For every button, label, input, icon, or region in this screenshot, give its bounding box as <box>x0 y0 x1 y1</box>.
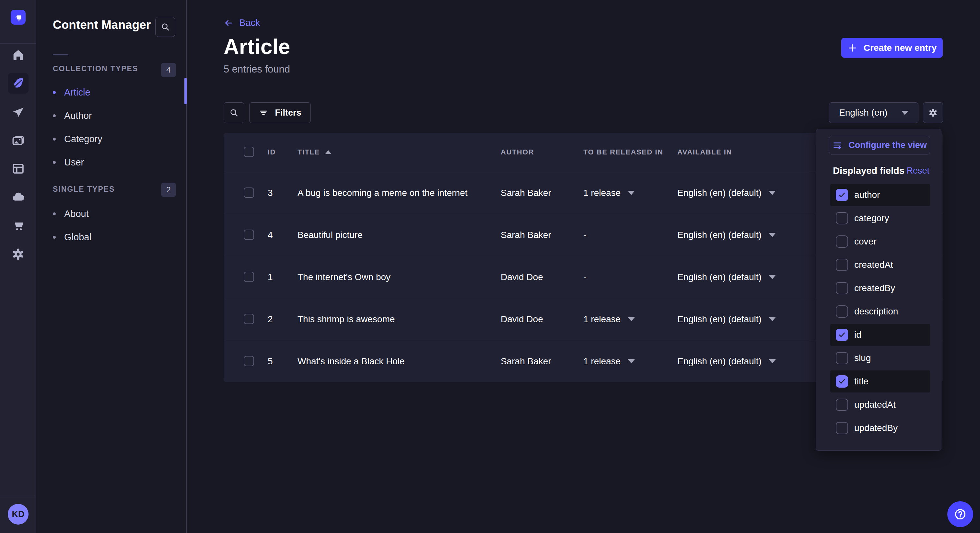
chevron-down-icon <box>901 111 908 115</box>
available-value: English (en) (default) <box>677 230 762 240</box>
home-icon <box>11 48 25 62</box>
nav-content-manager[interactable] <box>8 73 29 94</box>
nav-content-type-builder[interactable] <box>8 159 29 179</box>
released-value: 1 release <box>583 356 620 366</box>
chevron-down-icon <box>769 317 776 321</box>
sidebar-item-category[interactable]: Category <box>53 127 170 151</box>
row-checkbox[interactable] <box>244 272 254 282</box>
field-option-cover[interactable]: cover <box>830 230 930 252</box>
sidebar-item-global[interactable]: Global <box>53 225 170 249</box>
row-checkbox[interactable] <box>244 314 254 324</box>
checkbox-icon[interactable] <box>836 235 848 248</box>
cell-title: The internet's Own boy <box>298 272 501 282</box>
section-collection-types: COLLECTION TYPES <box>53 65 138 73</box>
checkbox-icon[interactable] <box>836 282 848 294</box>
bullet-icon <box>53 138 56 141</box>
cell-author: David Doe <box>501 314 583 324</box>
single-types-count-badge: 2 <box>161 182 176 197</box>
checkbox-checked-icon[interactable] <box>836 189 848 201</box>
search-icon <box>229 108 239 117</box>
column-header-title[interactable]: TITLE <box>298 148 501 156</box>
nav-home[interactable] <box>8 45 29 65</box>
bullet-icon <box>53 114 56 117</box>
filters-label: Filters <box>275 108 301 118</box>
cell-released[interactable]: 1 release <box>583 314 677 324</box>
field-label: category <box>854 213 889 224</box>
field-label: createdAt <box>854 260 893 270</box>
sidebar-item-article[interactable]: Article <box>53 81 170 104</box>
row-checkbox[interactable] <box>244 230 254 240</box>
search-icon <box>161 22 170 32</box>
column-header-id[interactable]: ID <box>268 148 298 156</box>
cloud-icon <box>11 190 25 204</box>
sidebar-item-user[interactable]: User <box>53 151 170 174</box>
checkbox-checked-icon[interactable] <box>836 329 848 341</box>
checkbox-icon[interactable] <box>836 399 848 411</box>
locale-select[interactable]: English (en) <box>829 102 918 123</box>
column-header-author[interactable]: AUTHOR <box>501 148 583 156</box>
checkbox-icon[interactable] <box>836 422 848 434</box>
field-option-title[interactable]: title <box>830 370 930 392</box>
nav-bottom-divider <box>0 497 36 497</box>
nav-marketplace[interactable] <box>8 215 29 235</box>
table-search-button[interactable] <box>224 102 244 123</box>
subnav-search-button[interactable] <box>155 17 175 37</box>
nav-settings[interactable] <box>8 244 29 265</box>
field-option-description[interactable]: description <box>830 300 930 322</box>
user-avatar[interactable]: KD <box>8 504 29 525</box>
field-option-category[interactable]: category <box>830 207 930 229</box>
field-option-slug[interactable]: slug <box>830 347 930 369</box>
checkbox-icon[interactable] <box>836 305 848 318</box>
field-label: updatedBy <box>854 423 898 433</box>
filters-button[interactable]: Filters <box>249 102 311 123</box>
content-manager-subnav: Content Manager COLLECTION TYPES 4 Artic… <box>37 0 187 533</box>
field-option-createdBy[interactable]: createdBy <box>830 277 930 299</box>
column-header-released[interactable]: TO BE RELEASED IN <box>583 148 677 156</box>
checkbox-checked-icon[interactable] <box>836 375 848 388</box>
cell-released[interactable]: 1 release <box>583 356 677 366</box>
strapi-logo[interactable] <box>11 10 25 25</box>
images-icon <box>11 134 25 148</box>
chevron-down-icon <box>769 191 776 195</box>
help-button[interactable] <box>947 501 973 527</box>
cell-title: Beautiful picture <box>298 230 501 240</box>
available-value: English (en) (default) <box>677 314 762 324</box>
back-link[interactable]: Back <box>224 17 260 28</box>
bullet-icon <box>53 236 56 239</box>
row-checkbox[interactable] <box>244 187 254 198</box>
chevron-down-icon <box>628 359 635 363</box>
checkbox-icon[interactable] <box>836 352 848 364</box>
field-option-updatedAt[interactable]: updatedAt <box>830 394 930 416</box>
strapi-logo-icon <box>13 12 23 22</box>
checkbox-icon[interactable] <box>836 212 848 224</box>
field-option-updatedBy[interactable]: updatedBy <box>830 417 930 439</box>
layout-icon <box>11 162 25 176</box>
row-checkbox[interactable] <box>244 356 254 366</box>
cell-author: Sarah Baker <box>501 188 583 198</box>
checkbox-icon[interactable] <box>836 259 848 271</box>
field-label: title <box>854 376 869 387</box>
cell-author: Sarah Baker <box>501 230 583 240</box>
main-nav: KD <box>0 0 36 533</box>
field-label: id <box>854 330 861 340</box>
field-option-createdAt[interactable]: createdAt <box>830 254 930 276</box>
field-option-author[interactable]: author <box>830 184 930 206</box>
nav-cloud[interactable] <box>8 187 29 207</box>
filter-icon <box>259 108 268 117</box>
create-new-entry-button[interactable]: Create new entry <box>841 38 943 58</box>
field-option-id[interactable]: id <box>830 324 930 346</box>
view-settings-button[interactable] <box>923 102 943 123</box>
released-value: - <box>583 272 586 282</box>
configure-view-button[interactable]: Configure the view <box>829 136 930 154</box>
sidebar-item-about[interactable]: About <box>53 202 170 225</box>
nav-media-library[interactable] <box>8 130 29 151</box>
gear-icon <box>928 108 938 117</box>
sidebar-item-author[interactable]: Author <box>53 104 170 127</box>
select-all-checkbox[interactable] <box>244 147 254 157</box>
cell-released[interactable]: 1 release <box>583 188 677 198</box>
subnav-scrollbar-thumb[interactable] <box>185 78 187 104</box>
reset-button[interactable]: Reset <box>907 166 929 176</box>
cell-id: 5 <box>268 356 298 366</box>
nav-releases[interactable] <box>8 102 29 123</box>
cell-title: A bug is becoming a meme on the internet <box>298 188 501 198</box>
